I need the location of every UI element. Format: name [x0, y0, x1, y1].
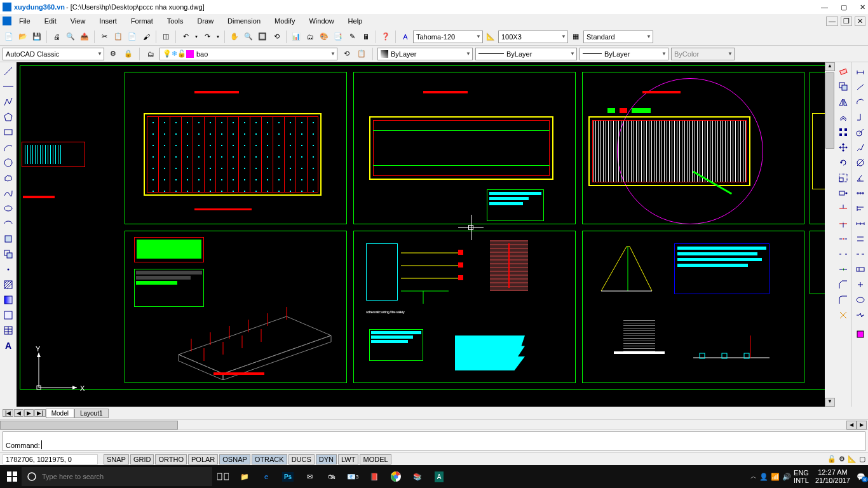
tab-model[interactable]: Model: [46, 409, 74, 418]
new-icon[interactable]: 📄: [3, 30, 15, 43]
publish-icon[interactable]: 📤: [78, 30, 91, 43]
lang-indicator[interactable]: ENG INTL: [794, 469, 809, 484]
search-box[interactable]: Type here to search: [22, 467, 212, 486]
mtext-icon[interactable]: A: [1, 339, 15, 353]
revcloud-icon[interactable]: [1, 171, 15, 185]
clean-screen-icon[interactable]: ▢: [859, 455, 865, 463]
layer-combo[interactable]: 💡 ❄ 🔓 bao ▼: [159, 48, 337, 60]
tab-next[interactable]: ▶: [24, 409, 34, 417]
gradient-icon[interactable]: [1, 293, 15, 307]
rotate-icon[interactable]: [836, 156, 850, 170]
maximize-button[interactable]: ▢: [841, 3, 847, 11]
insert-block-icon[interactable]: [1, 232, 15, 246]
bylayer-icon[interactable]: [853, 327, 867, 341]
annotation-scale-icon[interactable]: 🔓: [827, 455, 836, 463]
tool-pal-icon[interactable]: 🎨: [318, 30, 330, 43]
scale-icon[interactable]: [836, 171, 850, 185]
textstyle-icon[interactable]: A: [399, 30, 412, 43]
menu-draw[interactable]: Draw: [191, 16, 220, 26]
vscroll[interactable]: ▲ ▼: [825, 62, 835, 407]
menu-help[interactable]: Help: [342, 16, 369, 26]
dim-baseline-icon[interactable]: [853, 201, 867, 215]
osnap-toggle[interactable]: OSNAP: [219, 454, 250, 464]
ws-settings-icon[interactable]: ⚙: [107, 48, 119, 60]
workspace-combo[interactable]: AutoCAD Classic ▼: [3, 48, 104, 60]
chrome-icon[interactable]: [385, 467, 407, 486]
trim-icon[interactable]: [836, 201, 850, 215]
offset-icon[interactable]: [836, 110, 850, 124]
autocad-taskbar-icon[interactable]: A: [428, 467, 450, 486]
polygon-icon[interactable]: [1, 110, 15, 124]
erase-icon[interactable]: [836, 64, 850, 78]
array-icon[interactable]: [836, 125, 850, 139]
minimize-button[interactable]: —: [821, 3, 828, 11]
annotation-vis-icon[interactable]: ⚙: [839, 455, 845, 463]
paste-icon[interactable]: 📄: [126, 30, 139, 43]
rectangle-icon[interactable]: [1, 125, 15, 139]
copy-obj-icon[interactable]: [836, 79, 850, 93]
redo-icon[interactable]: ↷: [201, 30, 214, 43]
markup-icon[interactable]: ✎: [346, 30, 358, 43]
dim-inspect-icon[interactable]: [853, 293, 867, 307]
break-icon[interactable]: [836, 247, 850, 261]
hscroll-thumb[interactable]: [0, 421, 178, 430]
layer-manager-icon[interactable]: 🗂: [144, 48, 157, 60]
tab-first[interactable]: |◀: [3, 409, 13, 417]
volume-icon[interactable]: 🔊: [782, 473, 791, 481]
menu-edit[interactable]: Edit: [38, 16, 63, 26]
task-view-icon[interactable]: [212, 467, 234, 486]
text-style-combo[interactable]: Tahoma-120 ▼: [413, 30, 483, 43]
tolerance-icon[interactable]: [853, 262, 867, 276]
polar-toggle[interactable]: POLAR: [188, 454, 218, 464]
line-icon[interactable]: [1, 64, 15, 78]
dim-jogged-icon[interactable]: [853, 140, 867, 154]
zoom-prev-icon[interactable]: ⟲: [270, 30, 283, 43]
tab-last[interactable]: ▶|: [34, 409, 45, 417]
undo-dd-icon[interactable]: ▼: [193, 30, 200, 43]
layer-state-icon[interactable]: 📋: [355, 48, 368, 60]
ducs-toggle[interactable]: DUCS: [288, 454, 315, 464]
join-icon[interactable]: [836, 262, 850, 276]
region-icon[interactable]: [1, 308, 15, 322]
tray-up-icon[interactable]: ︿: [750, 472, 757, 481]
store-icon[interactable]: 🛍: [320, 467, 342, 486]
outlook-icon[interactable]: 📧3: [342, 467, 363, 486]
copy-icon[interactable]: 📋: [112, 30, 125, 43]
stretch-icon[interactable]: [836, 186, 850, 200]
mirror-icon[interactable]: [836, 95, 850, 109]
menu-insert[interactable]: Insert: [93, 16, 123, 26]
help-icon[interactable]: ❓: [379, 30, 392, 43]
dc-icon[interactable]: 🗂: [304, 30, 316, 43]
dimstyle-icon[interactable]: 📐: [484, 30, 497, 43]
pan-icon[interactable]: ✋: [228, 30, 241, 43]
match-icon[interactable]: 🖌: [140, 30, 153, 43]
plotstyle-combo[interactable]: ByColor ▼: [671, 48, 735, 60]
hscroll-right[interactable]: ▶: [857, 421, 867, 430]
center-mark-icon[interactable]: [853, 278, 867, 292]
close-button[interactable]: ✕: [860, 3, 865, 11]
dim-break-icon[interactable]: [853, 247, 867, 261]
polyline-icon[interactable]: [1, 95, 15, 109]
command-input[interactable]: Command:: [3, 431, 865, 451]
menu-window[interactable]: Window: [302, 16, 340, 26]
menu-tools[interactable]: Tools: [161, 16, 190, 26]
dim-jogline-icon[interactable]: [853, 308, 867, 322]
lwt-toggle[interactable]: LWT: [338, 454, 358, 464]
dim-arc-icon[interactable]: [853, 95, 867, 109]
ws-switch-icon[interactable]: 📐: [848, 455, 857, 463]
point-icon[interactable]: [1, 262, 15, 276]
photoshop-icon[interactable]: Ps: [277, 467, 299, 486]
hscroll[interactable]: ◀ ▶: [0, 419, 868, 430]
tablestyle-icon[interactable]: ▦: [569, 30, 582, 43]
quick-dim-icon[interactable]: [853, 186, 867, 200]
plot-icon[interactable]: 🖨: [50, 30, 63, 43]
hscroll-left[interactable]: ◀: [846, 421, 857, 430]
people-icon[interactable]: 👤: [759, 473, 768, 481]
mdi-close[interactable]: ✕: [855, 17, 865, 26]
zoom-win-icon[interactable]: 🔲: [256, 30, 269, 43]
coordinates[interactable]: 1782706, 1021975, 0: [3, 454, 98, 464]
hatch-icon[interactable]: [1, 278, 15, 292]
tab-prev[interactable]: ◀: [14, 409, 24, 417]
make-block-icon[interactable]: [1, 247, 15, 261]
move-icon[interactable]: [836, 140, 850, 154]
